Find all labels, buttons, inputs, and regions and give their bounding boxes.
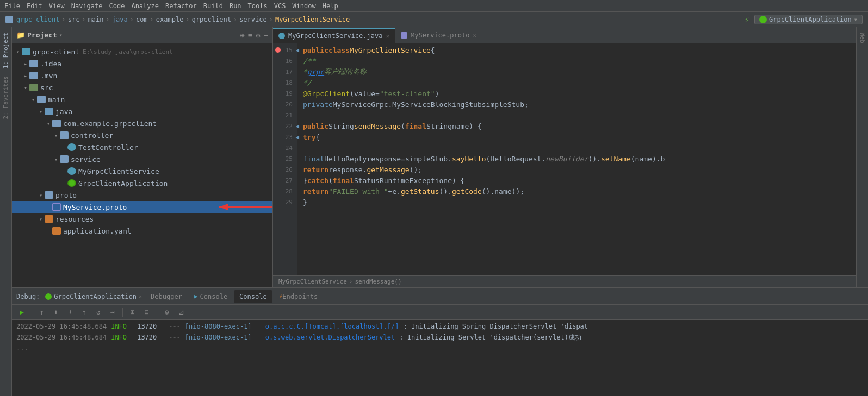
breadcrumb-src[interactable]: src: [68, 16, 80, 23]
panel-actions: ⊕ ≡ ⚙ −: [240, 31, 268, 40]
toolbar-up2-btn[interactable]: ↑: [79, 307, 90, 318]
tree-item-package[interactable]: com.example.grpcclient: [12, 117, 272, 129]
yaml-icon: [52, 227, 61, 235]
sidebar-tab-web[interactable]: Web: [858, 29, 867, 47]
sidebar-tab-project[interactable]: 1: Project: [1, 29, 10, 72]
line-24: 24: [273, 142, 297, 153]
toolbar-download-btn[interactable]: ⬇: [65, 307, 76, 318]
log-line-3: ...: [12, 343, 868, 354]
tree-item-mygrpc[interactable]: MyGrpcClientService: [12, 165, 272, 177]
tree-item-mvn[interactable]: .mvn: [12, 70, 272, 81]
tree-item-service[interactable]: service: [12, 153, 272, 165]
panel-dropdown-icon[interactable]: ▾: [59, 32, 63, 38]
toolbar-up-btn[interactable]: ↑: [36, 307, 47, 318]
menu-run[interactable]: Run: [230, 2, 241, 10]
menu-build[interactable]: Build: [203, 2, 223, 10]
toolbar-columns-btn[interactable]: ⊟: [141, 307, 152, 318]
tab-mygrpc-close[interactable]: ✕: [386, 33, 389, 40]
breadcrumb-grpc-client[interactable]: grpc-client: [16, 16, 59, 23]
tree-item-controller[interactable]: controller: [12, 129, 272, 141]
menu-view[interactable]: View: [49, 2, 65, 10]
panel-sort-btn[interactable]: ≡: [248, 31, 252, 40]
toolbar-filter-btn[interactable]: ⊿: [176, 307, 187, 318]
tab-myservice-proto[interactable]: MyService.proto ✕: [395, 28, 482, 43]
breadcrumb-classname[interactable]: MyGrpcClientService: [275, 16, 350, 23]
tab-proto-close[interactable]: ✕: [473, 32, 476, 39]
line-22: 22 ◀: [273, 121, 297, 131]
tree-item-idea[interactable]: .idea: [12, 58, 272, 70]
menu-window[interactable]: Window: [292, 2, 315, 10]
menu-tools[interactable]: Tools: [248, 2, 268, 10]
console-icon: ▶: [194, 293, 198, 300]
toolbar-reload-btn[interactable]: ↺: [93, 307, 104, 318]
root-path: E:\study_java\grpc-client: [83, 48, 173, 55]
log-thread-1: [nio-8080-exec-1]: [185, 323, 261, 330]
bottom-tab-endpoints[interactable]: ⚡ Endpoints: [274, 290, 324, 303]
editor-area: MyGrpcClientService.java ✕ MyService.pro…: [273, 27, 856, 287]
service-label: service: [71, 155, 101, 164]
everywhere-search-icon[interactable]: ⚡: [742, 15, 751, 24]
tree-item-yaml[interactable]: application.yaml: [12, 225, 272, 237]
toolbar-sep-2: [122, 308, 123, 317]
breadcrumb-example[interactable]: example: [156, 16, 184, 23]
code-text-area[interactable]: public class MyGrpcClientService { /**: [297, 43, 856, 275]
menu-refactor[interactable]: Refactor: [165, 2, 197, 10]
breadcrumb-main[interactable]: main: [88, 16, 104, 23]
menu-edit[interactable]: Edit: [27, 2, 42, 10]
breadcrumb-service[interactable]: service: [239, 16, 267, 23]
tree-item-resources[interactable]: resources: [12, 213, 272, 225]
breadcrumb-java[interactable]: java: [112, 16, 128, 23]
log-class-1: o.a.c.c.C.[Tomcat].[localhost].[/]: [265, 323, 399, 330]
panel-settings-btn[interactable]: ⚙: [256, 31, 260, 40]
line-number-gutter: 15 ◀ 16 17 18 19 20 21 22 ◀: [273, 43, 297, 275]
tree-item-testcontroller[interactable]: TestController: [12, 141, 272, 153]
menu-bar: File Edit View Navigate Code Analyze Ref…: [0, 0, 868, 12]
editor-breadcrumb-class[interactable]: MyGrpcClientService: [278, 278, 347, 285]
tree-item-main[interactable]: main: [12, 93, 272, 105]
toolbar-settings-btn[interactable]: ⚙: [162, 307, 172, 318]
code-line-24: [303, 142, 851, 153]
menu-navigate[interactable]: Navigate: [71, 2, 103, 10]
toolbar-upload-btn[interactable]: ⬆: [51, 307, 61, 318]
tree-item-src[interactable]: src: [12, 81, 272, 93]
run-config-badge[interactable]: GrpcClientApplication ▾: [754, 15, 863, 24]
breadcrumb-com[interactable]: com: [136, 16, 148, 23]
menu-code[interactable]: Code: [109, 2, 125, 10]
run-config-name: GrpcClientApplication: [769, 16, 852, 23]
toolbar-grid-btn[interactable]: ⊞: [127, 307, 138, 318]
tab-mygrpc-java[interactable]: MyGrpcClientService.java ✕: [273, 28, 395, 43]
mvn-arrow: [22, 73, 29, 79]
bottom-tab-debugger[interactable]: Debugger: [145, 290, 188, 303]
tree-root[interactable]: grpc-client E:\study_java\grpc-client: [12, 46, 272, 58]
panel-locate-btn[interactable]: ⊕: [240, 31, 244, 40]
tree-item-proto-folder[interactable]: proto: [12, 189, 272, 201]
run-config-dropdown-icon[interactable]: ▾: [854, 16, 858, 23]
tree-item-myservice-proto[interactable]: MyService.proto: [12, 201, 272, 213]
menu-help[interactable]: Help: [323, 2, 338, 10]
editor-breadcrumb-method[interactable]: sendMessage(): [355, 278, 401, 285]
bottom-tab-console-icon[interactable]: ▶ Console: [189, 290, 233, 303]
gutter-arrow-22: ◀: [295, 123, 299, 130]
sidebar-tab-favorites[interactable]: 2: Favorites: [1, 73, 10, 122]
debug-run-close[interactable]: ✕: [139, 293, 142, 299]
right-sidebar-strip: Web: [856, 27, 868, 287]
code-line-29: }: [303, 197, 851, 208]
src-arrow: [22, 85, 29, 91]
toolbar-run-btn[interactable]: ▶: [16, 307, 27, 318]
log-level-1: INFO: [111, 323, 133, 330]
bottom-tab-console[interactable]: Console: [234, 290, 272, 303]
menu-file[interactable]: File: [4, 2, 20, 10]
panel-minimize-btn[interactable]: −: [264, 31, 268, 40]
gutter-arrow-15: ◀: [295, 47, 299, 54]
tree-item-java[interactable]: java: [12, 105, 272, 117]
project-tree: grpc-client E:\study_java\grpc-client .i…: [12, 43, 272, 287]
bottom-log-content: 2022-05-29 16:45:48.684 INFO 13720 --- […: [12, 320, 868, 396]
tab-proto-label: MyService.proto: [411, 32, 469, 39]
src-folder-icon: [29, 84, 38, 91]
log-thread-2: [nio-8080-exec-1]: [185, 334, 261, 341]
menu-vcs[interactable]: VCS: [274, 2, 286, 10]
tree-item-grpcclientapp[interactable]: GrpcClientApplication: [12, 177, 272, 189]
menu-analyze[interactable]: Analyze: [131, 2, 159, 10]
breadcrumb-grpcclient[interactable]: grpcclient: [192, 16, 231, 23]
toolbar-skip-btn[interactable]: ⇥: [107, 307, 118, 318]
